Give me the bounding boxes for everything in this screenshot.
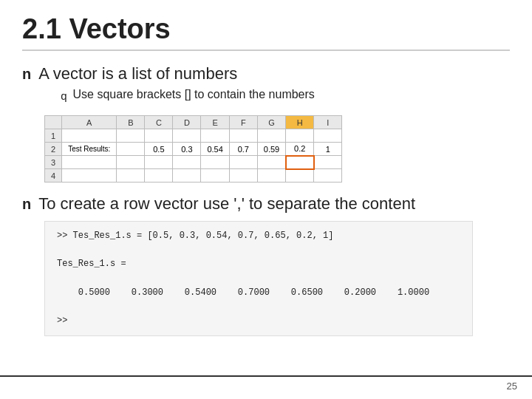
- spreadsheet-container: A B C D E F G H I 1: [44, 115, 510, 183]
- row-num-3: 3: [45, 156, 62, 169]
- cell-D1: [173, 129, 201, 143]
- row-num-1: 1: [45, 129, 62, 143]
- spreadsheet-row-4: 4: [45, 169, 342, 183]
- cell-H3[interactable]: [286, 156, 314, 169]
- bottom-divider: [0, 375, 532, 377]
- cell-C2: 0.5: [145, 143, 173, 156]
- col-header-F: F: [229, 116, 257, 129]
- cell-B1: [117, 129, 145, 143]
- cell-B3: [117, 156, 145, 169]
- sub-bullet-1-marker: q: [61, 89, 66, 102]
- bullet-2: n To create a row vector use ',' to sepa…: [22, 194, 510, 214]
- cell-C1: [145, 129, 173, 143]
- spreadsheet-row-2: 2 Test Results: 0.5 0.3 0.54 0.7 0.59 0.…: [45, 143, 342, 156]
- cell-E2: 0.54: [201, 143, 229, 156]
- cell-D3: [173, 156, 201, 169]
- bullet-2-marker: n: [22, 196, 31, 213]
- bullet-1-text: A vector is a list of numbers: [38, 64, 237, 83]
- cell-H1: [286, 129, 314, 143]
- col-header-E: E: [201, 116, 229, 129]
- page-number: 25: [507, 381, 517, 392]
- code-line-1: >> Tes_Res_1.s = [0.5, 0.3, 0.54, 0.7, 0…: [57, 229, 460, 243]
- cell-I3: [314, 156, 342, 169]
- cell-E3: [201, 156, 229, 169]
- col-header-B: B: [117, 116, 145, 129]
- cell-B4: [117, 169, 145, 183]
- cell-B2: [117, 143, 145, 156]
- bullet-2-text: To create a row vector use ',' to separa…: [38, 194, 415, 214]
- row-num-2: 2: [45, 143, 62, 156]
- col-header-G: G: [257, 116, 285, 129]
- row-num-4: 4: [45, 169, 62, 183]
- code-line-5: 0.5000 0.3000 0.5400 0.7000 0.6500 0.200…: [57, 286, 460, 300]
- cell-G1: [257, 129, 285, 143]
- cell-G4: [257, 169, 285, 183]
- cell-G2: 0.59: [257, 143, 285, 156]
- code-line-7: >>: [57, 314, 460, 328]
- cell-C3: [145, 156, 173, 169]
- bullet-1-marker: n: [22, 66, 31, 83]
- col-header-D: D: [173, 116, 201, 129]
- bullet-1: n A vector is a list of numbers q Use sq…: [22, 64, 510, 108]
- code-line-3: Tes_Res_1.s =: [57, 257, 460, 271]
- cell-E4: [201, 169, 229, 183]
- code-line-6: [57, 300, 460, 314]
- spreadsheet: A B C D E F G H I 1: [44, 115, 342, 183]
- col-header-A: A: [62, 116, 117, 129]
- cell-I2: 1: [314, 143, 342, 156]
- spreadsheet-row-3: 3: [45, 156, 342, 169]
- cell-I1: [314, 129, 342, 143]
- code-line-2: [57, 243, 460, 257]
- cell-F4: [229, 169, 257, 183]
- spreadsheet-header-row: A B C D E F G H I: [45, 116, 342, 129]
- sub-bullet-1-text: Use square brackets [] to contain the nu…: [73, 88, 315, 101]
- cell-I4: [314, 169, 342, 183]
- spreadsheet-row-1: 1: [45, 129, 342, 143]
- cell-A2: Test Results:: [62, 143, 117, 156]
- slide-title: 2.1 Vectors: [22, 13, 510, 51]
- cell-H4: [286, 169, 314, 183]
- cell-H2: 0.2: [286, 143, 314, 156]
- cell-F3: [229, 156, 257, 169]
- cell-A4: [62, 169, 117, 183]
- cell-F1: [229, 129, 257, 143]
- cell-F2: 0.7: [229, 143, 257, 156]
- col-header-I: I: [314, 116, 342, 129]
- col-header-C: C: [145, 116, 173, 129]
- col-header-H: H: [286, 116, 314, 129]
- code-line-4: [57, 272, 460, 286]
- cell-D4: [173, 169, 201, 183]
- sub-bullet-1: q Use square brackets [] to contain the …: [61, 88, 315, 102]
- cell-C4: [145, 169, 173, 183]
- cell-A1: [62, 129, 117, 143]
- code-block: >> Tes_Res_1.s = [0.5, 0.3, 0.54, 0.7, 0…: [44, 221, 473, 336]
- cell-G3: [257, 156, 285, 169]
- cell-E1: [201, 129, 229, 143]
- cell-D2: 0.3: [173, 143, 201, 156]
- col-header-empty: [45, 116, 62, 129]
- slide: 2.1 Vectors n A vector is a list of numb…: [0, 0, 532, 399]
- cell-A3: [62, 156, 117, 169]
